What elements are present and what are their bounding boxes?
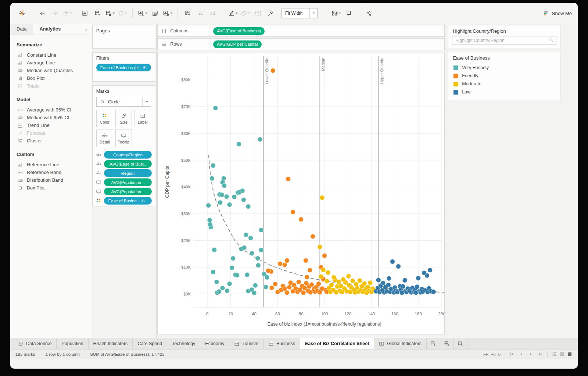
mark-circle-moderate[interactable]	[357, 278, 362, 283]
legend-item-very-friendly[interactable]: Very Friendly	[448, 64, 560, 72]
pause-auto-updates-icon[interactable]	[104, 8, 116, 19]
mark-circle-friendly[interactable]	[297, 280, 301, 284]
mark-circle-moderate[interactable]	[336, 279, 341, 284]
mark-circle-moderate[interactable]	[362, 281, 367, 286]
mark-circle-very-friendly[interactable]	[211, 163, 216, 168]
mark-circle-moderate[interactable]	[346, 274, 351, 279]
analytics-item-constant-line[interactable]: Constant Line	[10, 51, 91, 59]
mark-circle-moderate[interactable]	[318, 245, 322, 249]
replay-icon[interactable]	[61, 8, 73, 19]
sheet-tab-ease-of-biz-correlation-sheet[interactable]: Ease of Biz Correlation Sheet	[300, 338, 374, 349]
mark-circle-very-friendly[interactable]	[241, 198, 246, 202]
mark-circle-very-friendly[interactable]	[220, 286, 225, 291]
mark-circle-very-friendly[interactable]	[248, 236, 253, 241]
mark-circle-friendly[interactable]	[304, 258, 308, 263]
legend-item-low[interactable]: Low	[448, 88, 560, 96]
mark-circle-moderate[interactable]	[341, 277, 346, 282]
tab-data[interactable]: Data	[10, 24, 33, 35]
mark-circle-friendly[interactable]	[285, 290, 290, 295]
mark-circle-very-friendly[interactable]	[231, 256, 236, 261]
show-tabs-icon[interactable]	[567, 351, 573, 358]
mark-circle-very-friendly[interactable]	[246, 204, 251, 209]
show-cards-icon[interactable]	[330, 8, 342, 19]
legend-item-moderate[interactable]: Moderate	[448, 80, 560, 88]
mark-circle-very-friendly[interactable]	[222, 183, 227, 188]
mark-circle-moderate[interactable]	[368, 280, 373, 285]
mark-circle-very-friendly[interactable]	[208, 222, 213, 227]
mark-circle-friendly[interactable]	[278, 261, 283, 266]
mark-circle-very-friendly[interactable]	[263, 285, 268, 290]
mark-circle-very-friendly[interactable]	[225, 288, 230, 293]
fix-axes-icon[interactable]	[265, 8, 276, 19]
mark-circle-very-friendly[interactable]	[237, 142, 241, 147]
pill-avg-gdp-per-capita-[interactable]: AVG(GDP per Capita)	[213, 40, 262, 48]
mark-circle-very-friendly[interactable]	[227, 202, 232, 207]
go-first-icon[interactable]	[509, 351, 514, 358]
mark-circle-very-friendly[interactable]	[224, 194, 229, 199]
mark-circle-friendly[interactable]	[301, 290, 306, 295]
pill-ease-of-busine-[interactable]: Ease of Busine..	[104, 197, 152, 205]
mark-circle-very-friendly[interactable]	[259, 228, 263, 233]
redo-icon[interactable]	[49, 8, 61, 19]
sheet-tab-technology[interactable]: Technology	[167, 338, 200, 349]
pill-country-region[interactable]: Country/Region	[104, 151, 152, 159]
mark-circle-very-friendly[interactable]	[230, 265, 234, 270]
mark-circle-friendly[interactable]	[269, 285, 274, 290]
pill-ease-of-business-cl-[interactable]: Ease of Business (cl..	[96, 64, 151, 71]
analytics-item-box-plot[interactable]: Box Plot	[10, 74, 91, 82]
collapse-panel-icon[interactable]: ‹	[85, 26, 90, 32]
mark-circle-low[interactable]	[376, 278, 381, 283]
analytics-item-distribution-band[interactable]: Distribution Band	[10, 176, 91, 184]
share-icon[interactable]	[363, 8, 375, 19]
mark-circle-very-friendly[interactable]	[227, 281, 232, 286]
mark-circle-friendly[interactable]	[308, 268, 312, 273]
show-mark-labels-icon[interactable]	[252, 8, 264, 19]
highlight-icon[interactable]	[227, 8, 239, 19]
sort-ascending-icon[interactable]	[194, 8, 206, 19]
mark-circle-low[interactable]	[428, 268, 433, 273]
show-sheet-sorter-icon[interactable]	[552, 351, 557, 358]
sheet-tab-health-indicators[interactable]: Health Indicators	[89, 338, 133, 349]
tab-analytics[interactable]: Analytics	[33, 24, 67, 35]
mark-circle-very-friendly[interactable]	[258, 137, 262, 142]
sheet-tab-business[interactable]: Business	[263, 338, 300, 349]
mark-circle-low[interactable]	[390, 259, 395, 264]
mark-circle-friendly[interactable]	[270, 68, 275, 73]
mark-circle-very-friendly[interactable]	[265, 275, 269, 280]
mark-circle-friendly[interactable]	[282, 262, 287, 267]
mark-circle-friendly[interactable]	[309, 282, 314, 287]
mark-circle-low[interactable]	[386, 283, 391, 287]
mark-circle-very-friendly[interactable]	[245, 272, 250, 277]
analytics-item-median-with-quartiles[interactable]: Median with Quartiles	[10, 67, 91, 74]
analytics-item-average-with-95-ci[interactable]: Average with 95% CI	[10, 106, 91, 114]
sheet-tab-economy[interactable]: Economy	[200, 338, 229, 349]
mark-circle-moderate[interactable]	[320, 195, 325, 200]
pill-region[interactable]: Region	[104, 169, 152, 177]
mark-circle-friendly[interactable]	[287, 285, 292, 290]
rows-shelf[interactable]: Rows AVG(GDP per Capita)	[157, 38, 445, 50]
sheet-tab-global-indicators[interactable]: Global Indicators	[374, 338, 427, 349]
duplicate-sheet-icon[interactable]	[149, 8, 161, 19]
analytics-item-reference-band[interactable]: Reference Band	[10, 169, 91, 176]
mark-circle-low[interactable]	[415, 284, 420, 289]
pill-avg-population-[interactable]: AVG(Population ..	[104, 178, 152, 186]
mark-circle-moderate[interactable]	[325, 279, 329, 284]
size-button[interactable]: Size	[115, 110, 132, 127]
mark-circle-moderate[interactable]	[331, 275, 336, 280]
mark-circle-very-friendly[interactable]	[235, 273, 240, 278]
mark-circle-very-friendly[interactable]	[214, 280, 219, 284]
go-previous-icon[interactable]	[519, 351, 524, 358]
analytics-item-reference-line[interactable]: Reference Line	[10, 161, 91, 169]
mark-circle-friendly[interactable]	[316, 281, 321, 286]
mark-circle-low[interactable]	[416, 276, 421, 281]
mark-circle-moderate[interactable]	[321, 267, 326, 272]
tooltip-button[interactable]: Tooltip	[115, 130, 132, 147]
mark-circle-very-friendly[interactable]	[220, 192, 225, 197]
go-next-icon[interactable]	[528, 351, 534, 358]
analytics-item-box-plot[interactable]: Box Plot	[10, 184, 91, 192]
clear-sheet-icon[interactable]	[162, 8, 173, 19]
mark-circle-friendly[interactable]	[285, 258, 290, 263]
group-members-icon[interactable]	[240, 8, 251, 19]
pill-avg-population-[interactable]: AVG(Population ..	[104, 188, 152, 195]
detail-button[interactable]: Detail	[96, 130, 113, 147]
